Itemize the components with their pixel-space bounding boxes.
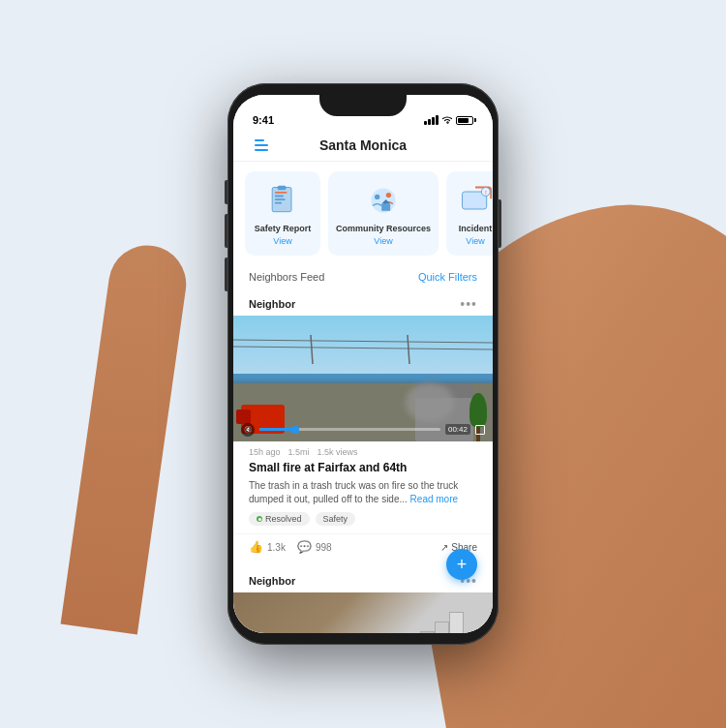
share-icon: ↗ <box>440 542 448 553</box>
svg-rect-3 <box>275 198 286 200</box>
status-icons <box>424 114 473 126</box>
hand-left <box>61 240 192 634</box>
like-count: 1.3k <box>267 542 286 553</box>
video-progress-dot <box>291 426 299 434</box>
feed-header: Neighbors Feed Quick Filters <box>233 265 493 288</box>
status-time: 9:41 <box>253 114 274 126</box>
post-author: Neighbor <box>249 298 295 310</box>
post-header: Neighbor ••• <box>233 288 493 316</box>
svg-rect-1 <box>275 192 287 194</box>
video-progress-bar[interactable] <box>259 428 440 431</box>
community-resources-card[interactable]: Community Resources View <box>328 171 439 256</box>
svg-point-8 <box>386 193 391 197</box>
read-more-link[interactable]: Read more <box>410 494 458 504</box>
community-resources-icon-area <box>336 181 431 220</box>
post-title: Small fire at Fairfax and 64th <box>233 461 493 480</box>
wifi-icon <box>441 114 453 126</box>
svg-rect-9 <box>381 204 390 211</box>
svg-point-7 <box>375 195 379 199</box>
community-resources-link[interactable]: View <box>336 236 431 246</box>
resolved-dot <box>257 516 262 522</box>
expand-video-icon[interactable] <box>475 425 485 435</box>
video-time: 00:42 <box>445 424 470 435</box>
scene: 9:41 <box>0 0 726 728</box>
svg-line-14 <box>233 340 493 343</box>
volume-icon[interactable]: 🔇 <box>241 423 255 437</box>
volume-up-button <box>225 214 227 248</box>
incidents-icon-area: ! <box>454 181 493 220</box>
phone-screen: 9:41 <box>233 95 493 633</box>
post-tags: Resolved Safety <box>233 512 493 533</box>
hamburger-menu-icon[interactable] <box>255 139 268 151</box>
feed-title: Neighbors Feed <box>249 271 324 283</box>
svg-rect-2 <box>275 196 284 197</box>
svg-line-16 <box>311 335 313 364</box>
video-controls: 🔇 00:42 <box>241 423 485 437</box>
community-resources-label: Community Resources <box>336 224 431 234</box>
resolved-tag: Resolved <box>249 512 310 526</box>
svg-line-15 <box>233 347 493 349</box>
battery-icon <box>456 116 473 125</box>
svg-text:!: ! <box>485 190 487 196</box>
comment-count: 998 <box>316 542 332 553</box>
fab-plus-icon: + <box>457 556 468 573</box>
smoke-visual <box>406 383 454 422</box>
safety-tag: Safety <box>316 512 356 526</box>
post-more-button[interactable]: ••• <box>460 296 477 312</box>
incidents-link[interactable]: View <box>454 236 493 246</box>
power-button <box>499 199 501 248</box>
notch <box>319 95 407 116</box>
post-video[interactable]: 🔇 00:42 <box>233 316 493 441</box>
svg-rect-5 <box>278 186 287 191</box>
post2-image <box>233 592 493 633</box>
safety-report-icon-area <box>253 181 313 220</box>
comment-icon: 💬 <box>297 540 312 554</box>
signal-icon <box>424 115 439 125</box>
incidents-label: Incident <box>454 224 493 234</box>
phone-frame: 9:41 <box>227 83 499 645</box>
post-time: 15h ago <box>249 447 281 457</box>
safety-report-label: Safety Report <box>253 224 313 234</box>
post-views: 1.5k views <box>318 447 358 457</box>
post2-author: Neighbor <box>249 575 295 587</box>
like-button[interactable]: 👍 1.3k <box>249 540 286 554</box>
city-title: Santa Monica <box>319 137 407 153</box>
fab-add-button[interactable]: + <box>446 549 477 580</box>
app-header: Santa Monica <box>233 130 493 162</box>
mute-button <box>225 180 227 204</box>
post-description: The trash in a trash truck was on fire s… <box>233 479 493 512</box>
svg-line-17 <box>408 335 409 364</box>
post-meta: 15h ago 1.5mi 1.5k views <box>233 441 493 461</box>
like-icon: 👍 <box>249 540 263 554</box>
safety-report-link[interactable]: View <box>253 236 313 246</box>
video-progress-fill <box>259 428 295 431</box>
svg-rect-4 <box>275 202 282 204</box>
quick-cards-section: Safety Report View <box>233 162 493 265</box>
incidents-card[interactable]: ! Incident View <box>446 171 493 256</box>
volume-down-button <box>225 258 227 291</box>
quick-filters-button[interactable]: Quick Filters <box>418 271 477 283</box>
post-card-1: Neighbor ••• <box>233 288 493 564</box>
comment-button[interactable]: 💬 998 <box>297 540 332 554</box>
safety-report-card[interactable]: Safety Report View <box>245 171 320 256</box>
post-distance: 1.5mi <box>288 447 310 457</box>
